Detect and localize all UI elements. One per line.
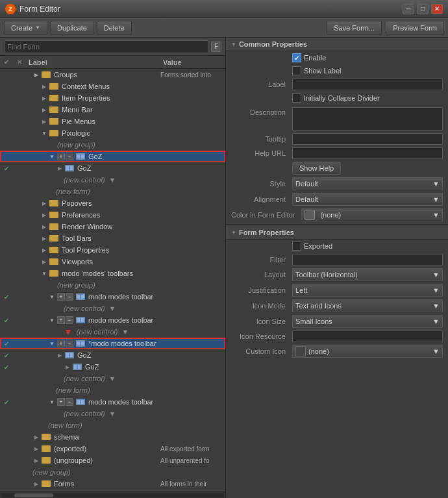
custom-icon-dropdown[interactable]: (none) ▼ bbox=[292, 345, 443, 358]
tree-row[interactable]: ▶ Viewports bbox=[0, 256, 225, 268]
tree-row[interactable]: ▶ (exported) All exported form bbox=[0, 443, 225, 454]
tree-row[interactable]: ▶ Groups Forms sorted into bbox=[0, 69, 225, 81]
toolbar-icon bbox=[76, 153, 85, 160]
alignment-dropdown[interactable]: Default ▼ bbox=[292, 193, 443, 206]
tree-row[interactable]: ▶ (new group) bbox=[0, 139, 225, 151]
minus-btn[interactable]: − bbox=[66, 398, 73, 406]
f-badge[interactable]: F bbox=[211, 42, 221, 52]
minimize-button[interactable]: ─ bbox=[403, 4, 414, 14]
common-props-header[interactable]: ▼ Common Properties bbox=[226, 38, 448, 51]
color-label: Color in Form Editor bbox=[231, 211, 299, 219]
tree-row[interactable]: ▶ Menu Bar bbox=[0, 104, 225, 116]
tree-row[interactable]: ▶ (new group) bbox=[0, 279, 225, 291]
icon-size-row: Icon Size Small Icons ▼ bbox=[226, 314, 448, 329]
save-form-button[interactable]: Save Form... bbox=[327, 21, 382, 35]
icon-size-dropdown[interactable]: Small Icons ▼ bbox=[292, 315, 443, 328]
tree-row[interactable]: ✔ ▼ + − modo modes toolbar bbox=[0, 396, 225, 408]
duplicate-button[interactable]: Duplicate bbox=[50, 21, 94, 35]
minus-btn[interactable]: − bbox=[66, 316, 73, 324]
tree-row[interactable]: ▼ (new control) ▼ bbox=[0, 326, 225, 338]
tree-row[interactable]: (new form) bbox=[0, 186, 225, 197]
delete-button[interactable]: Delete bbox=[97, 21, 132, 35]
description-input[interactable] bbox=[292, 107, 443, 131]
folder-icon bbox=[49, 130, 58, 136]
tooltip-input[interactable] bbox=[292, 133, 443, 145]
minus-btn[interactable]: − bbox=[66, 293, 73, 301]
plus-btn[interactable]: + bbox=[57, 153, 65, 160]
color-dropdown[interactable]: (none) ▼ bbox=[301, 208, 443, 221]
tree-row[interactable]: ▶ (ungrouped) All unparented fo bbox=[0, 454, 225, 466]
tree-row[interactable]: ✔ ▶ GoZ bbox=[0, 349, 225, 361]
tree-row[interactable]: ▶ Context Menus bbox=[0, 81, 225, 92]
maximize-button[interactable]: □ bbox=[417, 4, 429, 14]
tree-row[interactable]: (new control) ▼ bbox=[0, 174, 225, 186]
toolbar: Create ▼ Duplicate Delete Save Form... P… bbox=[0, 18, 448, 38]
tree-row[interactable]: (new control) ▼ bbox=[0, 373, 225, 384]
layout-label: Layout bbox=[231, 271, 290, 279]
tree-row[interactable]: ▼ Pixologic bbox=[0, 127, 225, 139]
justification-row: Justification Left ▼ bbox=[226, 282, 448, 298]
horizontal-scrollbar[interactable] bbox=[0, 492, 225, 498]
label-prop-label: Label bbox=[231, 81, 290, 88]
help-url-input[interactable] bbox=[292, 147, 443, 159]
tree-row[interactable]: ▶ Popovers bbox=[0, 197, 225, 209]
tree-row[interactable]: ✔ ▼ + − modo modes toolbar bbox=[0, 314, 225, 326]
enable-checkbox[interactable]: ✔ bbox=[292, 53, 301, 62]
drop-arrow-icon: ▼ bbox=[64, 327, 73, 337]
layout-dropdown[interactable]: Toolbar (Horizontal) ▼ bbox=[292, 268, 443, 281]
tree-row[interactable]: (new form) bbox=[0, 384, 225, 396]
filter-input[interactable] bbox=[292, 254, 443, 266]
goz-group-row[interactable]: ▼ + − GoZ bbox=[0, 151, 225, 162]
show-label-row: Show Label bbox=[226, 64, 448, 77]
preview-form-button[interactable]: Preview Form bbox=[386, 21, 444, 35]
folder-icon bbox=[42, 71, 51, 78]
section-collapse-arrow: ▼ bbox=[231, 42, 236, 47]
plus-btn[interactable]: + bbox=[57, 316, 65, 324]
tree-row[interactable]: ▶ Tool Bars bbox=[0, 232, 225, 244]
tree-row[interactable]: ▶ Tool Properties bbox=[0, 244, 225, 256]
justification-dropdown[interactable]: Left ▼ bbox=[292, 284, 443, 297]
folder-icon bbox=[42, 480, 51, 487]
exported-checkbox[interactable] bbox=[292, 242, 301, 251]
tree-row[interactable]: ▶ Render Window bbox=[0, 221, 225, 232]
tree-row[interactable]: ✔ ▼ + − modo modes toolbar bbox=[0, 291, 225, 303]
show-label-checkbox[interactable] bbox=[292, 66, 301, 75]
alignment-row: Alignment Default ▼ bbox=[226, 192, 448, 207]
plus-btn[interactable]: + bbox=[57, 398, 65, 406]
modo-toolbar-selected-row[interactable]: ✔ ▼ + − *modo modes toolbar bbox=[0, 338, 225, 349]
show-help-button[interactable]: Show Help bbox=[292, 162, 341, 175]
folder-icon bbox=[49, 270, 58, 277]
minus-btn[interactable]: − bbox=[66, 153, 73, 160]
tree-row[interactable]: (new control) ▼ bbox=[0, 303, 225, 314]
form-props-header[interactable]: ▼ Form Properties bbox=[226, 226, 448, 240]
tree-row[interactable]: ▶ Preferences bbox=[0, 209, 225, 221]
plus-btn[interactable]: + bbox=[57, 293, 65, 301]
label-input[interactable] bbox=[292, 79, 443, 90]
tree-row[interactable]: ▼ modo 'modes' toolbars bbox=[0, 268, 225, 279]
close-button[interactable]: ✕ bbox=[431, 4, 443, 14]
style-dropdown[interactable]: Default ▼ bbox=[292, 177, 443, 190]
help-url-row: Help URL bbox=[226, 146, 448, 160]
tree-row[interactable]: (new group) bbox=[0, 466, 225, 478]
tree-row[interactable]: ✔ ▶ GoZ bbox=[0, 162, 225, 174]
tree-row[interactable]: ▶ Item Properties bbox=[0, 92, 225, 104]
tree-area[interactable]: ▶ Groups Forms sorted into ▶ Context Men… bbox=[0, 69, 225, 492]
tree-row[interactable]: (new control) ▼ bbox=[0, 408, 225, 419]
minus-btn[interactable]: − bbox=[66, 340, 73, 347]
folder-icon bbox=[49, 258, 58, 265]
folder-icon bbox=[49, 212, 58, 218]
icon-resource-input[interactable] bbox=[292, 330, 443, 342]
color-row: Color in Form Editor (none) ▼ bbox=[226, 207, 448, 223]
icon-mode-dropdown[interactable]: Text and Icons ▼ bbox=[292, 299, 443, 312]
create-button[interactable]: Create ▼ bbox=[4, 21, 47, 35]
folder-icon bbox=[49, 118, 58, 125]
tree-row[interactable]: ✔ ▶ GoZ bbox=[0, 361, 225, 373]
initially-collapse-checkbox[interactable] bbox=[292, 93, 301, 103]
folder-icon bbox=[42, 457, 51, 464]
tree-row[interactable]: ▶ schema bbox=[0, 431, 225, 443]
tree-row[interactable]: ▶ Forms All forms in their bbox=[0, 478, 225, 490]
plus-btn[interactable]: + bbox=[57, 340, 65, 347]
tree-row[interactable]: ▶ Pie Menus bbox=[0, 116, 225, 127]
tree-row[interactable]: (new form) bbox=[0, 419, 225, 431]
search-input[interactable] bbox=[4, 40, 208, 53]
